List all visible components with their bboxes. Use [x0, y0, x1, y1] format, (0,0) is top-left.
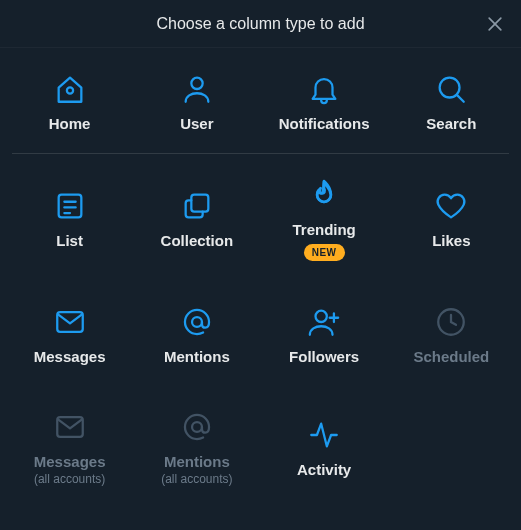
tile-label: Activity [297, 462, 351, 479]
heart-icon [434, 189, 468, 223]
column-type-activity[interactable]: Activity [261, 406, 388, 491]
svg-point-18 [192, 422, 202, 432]
column-type-search[interactable]: Search [388, 68, 515, 137]
user-icon [180, 72, 214, 106]
tile-label: Scheduled [413, 349, 489, 366]
add-column-dialog: Choose a column type to add Home User No… [0, 0, 521, 530]
tile-row: Messages Mentions Followers Scheduled [0, 281, 521, 386]
column-type-user[interactable]: User [133, 68, 260, 137]
search-icon [434, 72, 468, 106]
column-type-mentions-all: Mentions (all accounts) [133, 406, 260, 491]
svg-point-2 [67, 87, 73, 93]
svg-line-5 [458, 95, 464, 101]
tile-label: List [56, 233, 83, 250]
envelope-icon [53, 410, 87, 444]
tile-sublabel: (all accounts) [34, 472, 105, 486]
at-icon [180, 410, 214, 444]
tile-label: Mentions [164, 349, 230, 366]
activity-icon [307, 418, 341, 452]
dialog-title: Choose a column type to add [156, 15, 364, 33]
home-icon [53, 72, 87, 106]
list-icon [53, 189, 87, 223]
column-type-scheduled: Scheduled [388, 301, 515, 370]
column-type-list[interactable]: List [6, 174, 133, 266]
column-type-mentions[interactable]: Mentions [133, 301, 260, 370]
tile-label: User [180, 116, 213, 133]
tile-row: List Collection Trending NEW Likes [0, 154, 521, 282]
bell-icon [307, 72, 341, 106]
svg-point-13 [316, 311, 327, 322]
tile-label: Likes [432, 233, 470, 250]
column-type-likes[interactable]: Likes [388, 174, 515, 266]
flame-icon [307, 178, 341, 212]
svg-point-12 [192, 317, 202, 327]
close-icon [485, 14, 505, 34]
envelope-icon [53, 305, 87, 339]
column-type-collection[interactable]: Collection [133, 174, 260, 266]
collection-icon [180, 189, 214, 223]
tile-label: Messages [34, 349, 106, 366]
tile-label: Home [49, 116, 91, 133]
column-type-followers[interactable]: Followers [261, 301, 388, 370]
tile-label: Notifications [279, 116, 370, 133]
tile-label: Mentions [164, 454, 230, 471]
tile-row: Home User Notifications Search [0, 48, 521, 153]
at-icon [180, 305, 214, 339]
column-type-notifications[interactable]: Notifications [261, 68, 388, 137]
tile-label: Search [426, 116, 476, 133]
svg-rect-10 [191, 195, 208, 212]
tile-label: Followers [289, 349, 359, 366]
user-plus-icon [307, 305, 341, 339]
tile-label: Messages [34, 454, 106, 471]
svg-point-4 [440, 78, 460, 98]
tile-label: Trending [292, 222, 355, 239]
column-type-home[interactable]: Home [6, 68, 133, 137]
svg-point-3 [191, 78, 202, 89]
column-type-messages[interactable]: Messages [6, 301, 133, 370]
column-type-trending[interactable]: Trending NEW [261, 174, 388, 266]
close-button[interactable] [481, 10, 509, 38]
clock-icon [434, 305, 468, 339]
new-badge: NEW [304, 244, 345, 261]
tile-label: Collection [161, 233, 234, 250]
dialog-header: Choose a column type to add [0, 0, 521, 48]
tile-sublabel: (all accounts) [161, 472, 232, 486]
column-type-messages-all: Messages (all accounts) [6, 406, 133, 491]
tile-row: Messages (all accounts) Mentions (all ac… [0, 386, 521, 507]
